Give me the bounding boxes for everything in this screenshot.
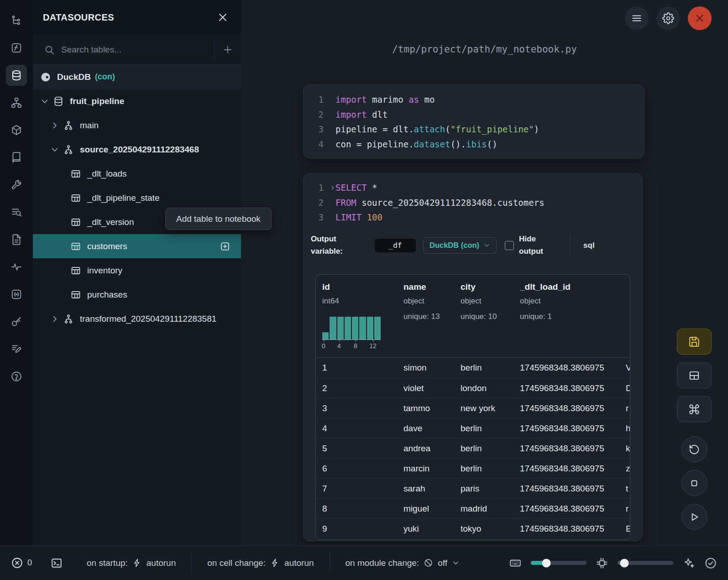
- rail-logs-button[interactable]: [6, 229, 27, 250]
- setting-label: on module change:: [346, 558, 419, 568]
- code-text[interactable]: import dlt: [335, 110, 388, 120]
- table-cell: tokyo: [454, 524, 513, 534]
- table-cell: 1: [316, 363, 397, 373]
- edit-note-icon: [10, 343, 22, 355]
- code-text[interactable]: SELECT *: [335, 183, 377, 193]
- add-datasource-button[interactable]: [215, 35, 241, 64]
- connection-badge: (con): [95, 72, 115, 82]
- rail-snippets-button[interactable]: [6, 284, 27, 305]
- close-panel-icon[interactable]: [216, 11, 229, 24]
- chip-slider[interactable]: [618, 561, 673, 565]
- rail-datasources-button[interactable]: [6, 65, 27, 86]
- on-startup-setting[interactable]: on startup:autorun: [71, 558, 191, 568]
- settings-button[interactable]: [656, 6, 680, 30]
- stop-button[interactable]: [681, 470, 707, 496]
- python-cell[interactable]: 1import marimo as mo2import dlt3pipeline…: [303, 84, 644, 159]
- column-header-name[interactable]: nameobjectunique: 13: [397, 275, 454, 357]
- engine-select[interactable]: DuckDB (con): [423, 237, 497, 254]
- table-cell: 5: [316, 444, 397, 454]
- menu-button[interactable]: [625, 6, 649, 30]
- rail-tools-button[interactable]: [6, 174, 27, 195]
- table-icon: [70, 193, 81, 204]
- tree-item-duckdb-con[interactable]: DuckDB(con): [33, 65, 241, 89]
- rail-packages-button[interactable]: [6, 120, 27, 141]
- tree-item-purchases[interactable]: purchases: [33, 282, 241, 307]
- setting-value: off: [438, 558, 447, 568]
- tree-item-source_202504291112283468[interactable]: source_202504291112283468: [33, 137, 241, 162]
- tree-item-_dlt_loads[interactable]: _dlt_loads: [33, 162, 241, 186]
- tree-item-fruit_pipeline[interactable]: fruit_pipeline: [33, 89, 241, 113]
- fold-chevron-icon[interactable]: [329, 184, 336, 191]
- table-row[interactable]: 4daveberlin1745968348.3806975h: [316, 418, 630, 438]
- tree-item-customers[interactable]: customers: [33, 234, 241, 258]
- table-header: idint6404812nameobjectunique: 13cityobje…: [316, 275, 630, 358]
- table-row[interactable]: 2violetlondon1745968348.3806975D: [316, 378, 630, 398]
- tree-item-main[interactable]: main: [33, 113, 241, 137]
- on-module-change-setting[interactable]: on module change:off: [330, 558, 475, 568]
- tree-item-_dlt_pipeline_state[interactable]: _dlt_pipeline_state: [33, 186, 241, 210]
- rail-help-button[interactable]: [6, 366, 27, 387]
- code-text[interactable]: pipeline = dlt.attach("fruit_pipeline"): [335, 124, 539, 134]
- search-input[interactable]: [55, 45, 214, 55]
- code-text[interactable]: LIMIT 100: [335, 212, 382, 222]
- code-text[interactable]: FROM source_202504291112283468.customers: [335, 198, 545, 208]
- terminal-button[interactable]: [47, 554, 66, 572]
- hide-output-label: Hide output: [519, 233, 552, 257]
- sparkle-icon[interactable]: [682, 557, 695, 570]
- table-row[interactable]: 8miguelmadrid1745968348.3806975r: [316, 498, 630, 518]
- table-cell: 4: [316, 423, 397, 434]
- tree-item-inventory[interactable]: inventory: [33, 258, 241, 282]
- output-variable-input[interactable]: [375, 239, 416, 252]
- tree-item-transformed_202504291112283581[interactable]: transformed_202504291112283581: [33, 307, 241, 331]
- chevron-right-icon[interactable]: [50, 314, 59, 324]
- table-cell: t: [623, 484, 630, 494]
- sql-cell[interactable]: 1SELECT *2FROM source_202504291112283468…: [303, 173, 643, 541]
- errors-indicator[interactable]: 0: [11, 557, 32, 569]
- shortcuts-button[interactable]: [677, 396, 712, 422]
- tree-item-label: _dlt_pipeline_state: [87, 193, 159, 203]
- keyboard-slider[interactable]: [531, 561, 587, 565]
- status-ok-icon[interactable]: [704, 557, 717, 570]
- rail-tracing-button[interactable]: [6, 256, 27, 277]
- column-header-_dlt_load_id[interactable]: _dlt_load_idobjectunique: 1: [513, 275, 623, 357]
- code-text[interactable]: import marimo as mo: [335, 94, 435, 105]
- help-circle-icon: [10, 371, 22, 382]
- engine-select-value: DuckDB (con): [429, 241, 479, 250]
- layout-button[interactable]: [677, 362, 712, 388]
- hide-output-checkbox[interactable]: [505, 241, 514, 250]
- run-button[interactable]: [681, 504, 707, 530]
- tree-item-label: transformed_202504291112283581: [80, 314, 216, 324]
- keyboard-icon: [509, 557, 522, 570]
- results-table: idint6404812nameobjectunique: 13cityobje…: [315, 274, 630, 540]
- rail-dependencies-button[interactable]: [6, 92, 27, 113]
- on-cell-change-setting[interactable]: on cell change:autorun: [192, 558, 329, 568]
- code-text[interactable]: con = pipeline.dataset().ibis(): [335, 139, 498, 149]
- table-row[interactable]: 7sarahparis1745968348.3806975t: [316, 478, 630, 498]
- table-row[interactable]: 1simonberlin1745968348.3806975V: [316, 358, 630, 378]
- undo-button[interactable]: [681, 436, 707, 462]
- line-number: 3: [304, 124, 324, 134]
- add-table-to-notebook-icon[interactable]: [220, 241, 230, 251]
- column-header-clipped[interactable]: [623, 275, 630, 357]
- table-row[interactable]: 3tammonew york1745968348.3806975r: [316, 398, 630, 418]
- rail-scratchpad-button[interactable]: [6, 339, 27, 360]
- table-row[interactable]: 9yukitokyo1745968348.3806975E: [316, 518, 630, 538]
- column-header-id[interactable]: idint6404812: [316, 275, 397, 357]
- tree-icon: [10, 15, 22, 26]
- column-header-city[interactable]: cityobjectunique: 10: [454, 275, 513, 357]
- code-paren-icon: [10, 288, 22, 300]
- rail-secrets-button[interactable]: [6, 311, 27, 332]
- chevron-right-icon[interactable]: [50, 121, 59, 130]
- close-button[interactable]: [688, 6, 712, 30]
- schema-icon: [63, 144, 74, 155]
- chevron-down-icon[interactable]: [50, 145, 59, 154]
- rail-functions-button[interactable]: [6, 37, 27, 58]
- table-row[interactable]: 5andreaberlin1745968348.3806975k: [316, 438, 630, 458]
- save-button[interactable]: [677, 329, 712, 355]
- table-row[interactable]: 6marcinberlin1745968348.3806975z: [316, 458, 630, 478]
- rail-file-tree-button[interactable]: [6, 10, 27, 31]
- chevron-down-icon[interactable]: [40, 97, 49, 106]
- rail-outline-button[interactable]: [6, 202, 27, 223]
- table-cell: dave: [397, 423, 454, 434]
- rail-documentation-button[interactable]: [6, 147, 27, 168]
